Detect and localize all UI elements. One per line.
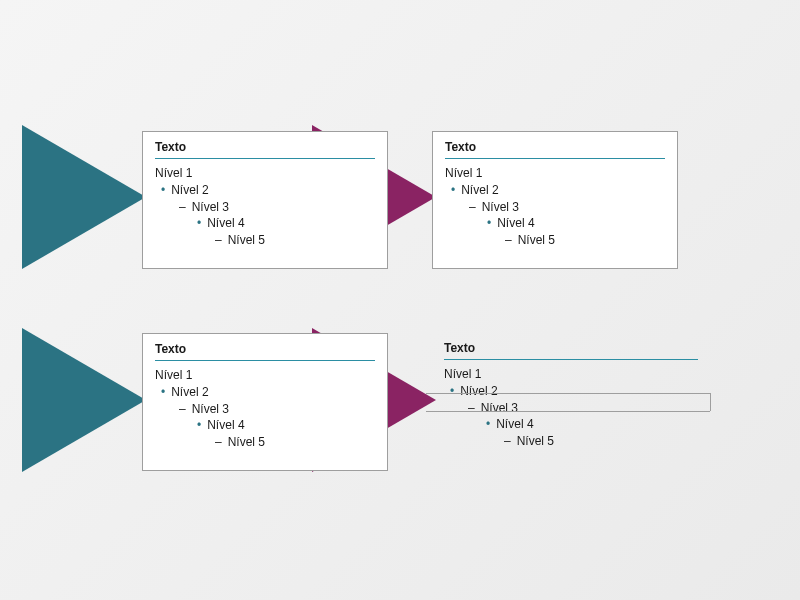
inset-line-bottom [426,411,710,412]
inset-line-right [710,393,711,411]
card-title: Texto [445,140,665,154]
card-top-left: Texto Nível 1 •Nível 2 –Nível 3 •Nível 4… [142,131,388,269]
level-1: Nível 1 [155,165,375,182]
level-1: Nível 1 [445,165,665,182]
level-3: –Nível 3 [468,400,702,417]
teal-triangle-bottom [22,328,146,472]
level-5: –Nível 5 [505,232,665,249]
card-title-rule [444,359,698,360]
level-3: –Nível 3 [179,401,375,418]
level-2: •Nível 2 [451,182,665,199]
card-bottom-left: Texto Nível 1 •Nível 2 –Nível 3 •Nível 4… [142,333,388,471]
card-bottom-right: Texto Nível 1 •Nível 2 –Nível 3 •Nível 4… [432,333,714,471]
card-title: Texto [444,341,702,355]
level-5: –Nível 5 [504,433,702,450]
card-title: Texto [155,140,375,154]
level-2: •Nível 2 [161,384,375,401]
level-1: Nível 1 [155,367,375,384]
level-2: •Nível 2 [161,182,375,199]
inset-line-top [426,393,710,394]
card-top-right: Texto Nível 1 •Nível 2 –Nível 3 •Nível 4… [432,131,678,269]
level-4: •Nível 4 [487,215,665,232]
level-3: –Nível 3 [469,199,665,216]
level-4: •Nível 4 [197,215,375,232]
level-3: –Nível 3 [179,199,375,216]
level-2: •Nível 2 [450,383,702,400]
level-4: •Nível 4 [197,417,375,434]
card-title: Texto [155,342,375,356]
level-1: Nível 1 [444,366,702,383]
level-5: –Nível 5 [215,434,375,451]
teal-triangle-top [22,125,146,269]
card-title-rule [155,360,375,361]
card-title-rule [445,158,665,159]
level-4: •Nível 4 [486,416,702,433]
card-title-rule [155,158,375,159]
level-5: –Nível 5 [215,232,375,249]
